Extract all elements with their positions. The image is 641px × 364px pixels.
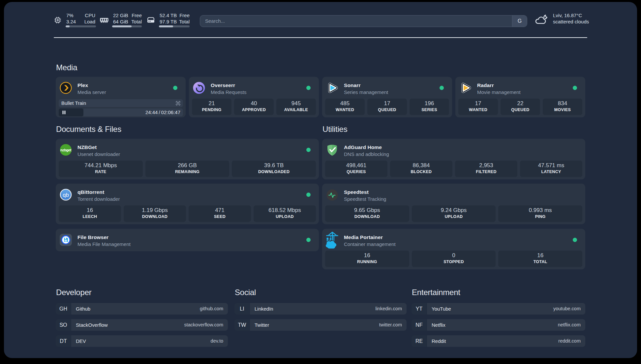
svg-text:qb: qb	[63, 192, 69, 198]
svg-text:nzbget: nzbget	[60, 148, 72, 152]
